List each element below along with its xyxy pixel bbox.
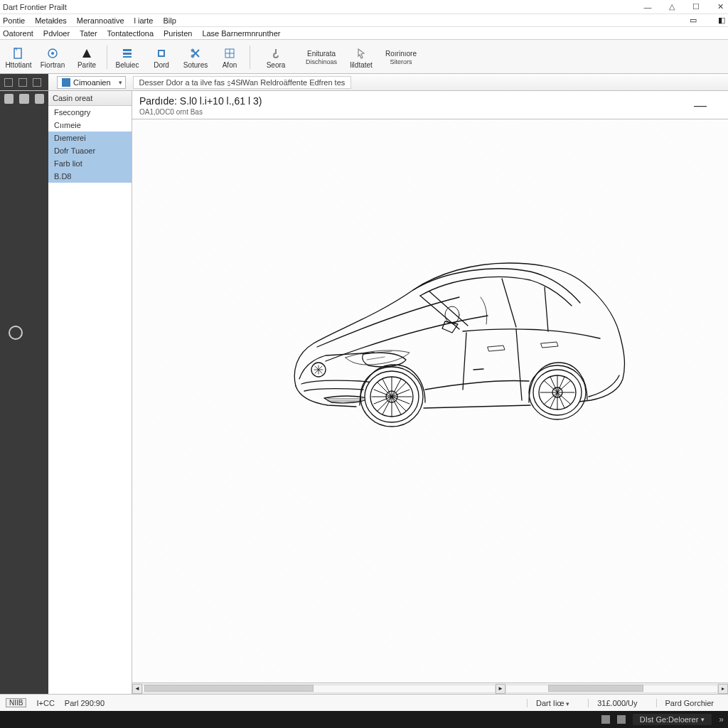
sidebar-item[interactable]: Dofr Tuaoer — [48, 144, 132, 157]
menubar-1: Pontie Metałdes Merannoative l iarte Bil… — [0, 14, 728, 27]
menu-item[interactable]: Tontatectlona — [107, 29, 154, 38]
list-icon — [120, 46, 134, 60]
cursor-icon — [354, 46, 368, 60]
app-title: Dart Frontier Prailt — [3, 3, 67, 11]
tool-triangle[interactable]: Parite — [70, 41, 104, 73]
companion-dropdown[interactable]: Cimoanien — [57, 76, 126, 89]
scroll-thumb[interactable] — [548, 685, 643, 692]
svg-point-36 — [445, 306, 459, 323]
scissors-icon — [188, 46, 203, 60]
window-controls: — △ ☐ ✕ — [643, 2, 725, 12]
side-panel-header: Casin oreat — [48, 91, 132, 106]
scroll-end-icon[interactable]: ▸ — [718, 684, 728, 694]
side-icon[interactable] — [19, 94, 28, 104]
menu-item[interactable]: Pontie — [3, 16, 25, 25]
hscrollbar[interactable]: ◄ ► ▸ — [132, 682, 728, 694]
companion-icon — [62, 78, 70, 87]
taskbar: DIst Ge:Deloerer▾ » — [0, 711, 728, 728]
subheader: Cimoanien Desser Ddor a ta ilve fas ჽ4Sł… — [0, 74, 728, 91]
target-icon — [46, 46, 60, 60]
sidebar-item[interactable]: Dıemerei — [48, 132, 132, 144]
tray-chevron-icon[interactable]: » — [719, 714, 724, 724]
status-hcc: I+CC — [36, 699, 54, 707]
taskbar-button[interactable]: DIst Ge:Deloerer▾ — [633, 714, 712, 725]
menu-item[interactable]: Lase Barnermnrunther — [202, 29, 280, 38]
hook-icon — [269, 46, 283, 60]
tool-cursor[interactable]: lildtatet — [344, 41, 378, 73]
body: Casin oreat Fsecongry Cıımeie Dıemerei D… — [0, 91, 728, 694]
car-illustration — [260, 247, 644, 446]
tab-icon[interactable] — [33, 78, 41, 87]
bell-icon[interactable]: △ — [667, 2, 677, 12]
scroll-thumb[interactable] — [144, 685, 314, 692]
scroll-track[interactable] — [142, 685, 496, 693]
knob-icon[interactable] — [9, 326, 23, 340]
scroll-left-icon[interactable]: ◄ — [132, 684, 142, 694]
status-dart[interactable]: Dart Iiœ — [527, 699, 578, 707]
statusbar: NIIB I+CC Parl 290:90 Dart Iiœ 31£.000/U… — [0, 694, 728, 711]
page-icon — [11, 46, 26, 60]
close-icon[interactable]: ✕ — [715, 2, 725, 12]
menu-item[interactable]: Merannoative — [77, 16, 124, 25]
minimize-icon[interactable]: — — [643, 2, 653, 12]
menu-item[interactable]: Pdvloer — [43, 29, 70, 38]
svg-rect-4 — [123, 53, 132, 55]
tool-layers[interactable]: Sotures — [178, 41, 213, 73]
scroll-right-icon[interactable]: ► — [496, 684, 505, 694]
canvas[interactable] — [132, 119, 728, 682]
toolbar: Httotiant Fiortran Parite Beluiec Dord S… — [0, 40, 728, 74]
sidebar-item[interactable]: Cıımeie — [48, 119, 132, 132]
menu-item[interactable]: Bilp — [163, 16, 176, 25]
main-header: Pardıde: S.l0 l.i+10 l.,61 l 3) OA1,0OC0… — [132, 91, 728, 119]
svg-rect-0 — [14, 48, 21, 58]
tool-text1[interactable]: Eniturata Dischinoas — [299, 41, 344, 73]
titlebar: Dart Frontier Prailt — △ ☐ ✕ — [0, 0, 728, 14]
svg-rect-7 — [159, 51, 164, 55]
tool-hook[interactable]: Seora — [253, 41, 299, 73]
status-pard: Pard Gorchier — [656, 699, 722, 707]
side-panel: Casin oreat Fsecongry Cıımeie Dıemerei D… — [48, 91, 132, 694]
part-title: Pardıde: S.l0 l.i+10 l.,61 l 3) — [139, 95, 262, 107]
toolbar-icon[interactable]: ▭ — [690, 16, 697, 25]
tray-icon[interactable] — [617, 715, 626, 724]
part-subtitle: OA1,0OC0 ornt Bas — [139, 108, 262, 116]
maximize-icon[interactable]: ☐ — [691, 2, 701, 12]
side-icon[interactable] — [4, 94, 14, 104]
tool-page[interactable]: Httotiant — [1, 41, 36, 73]
svg-rect-5 — [123, 56, 132, 58]
triangle-icon — [80, 46, 94, 60]
box-icon — [154, 46, 168, 60]
status-val: 31£.000/Uy — [588, 699, 646, 707]
tool-text2[interactable]: Roırinıore Siterors — [378, 41, 424, 73]
sidebar-item[interactable]: B.D8 — [48, 170, 132, 183]
tool-target[interactable]: Fiortran — [36, 41, 70, 73]
dark-tabs — [0, 74, 48, 90]
menu-item[interactable]: Tater — [80, 29, 97, 38]
tray-icon[interactable] — [601, 715, 610, 724]
menubar-2: Oatorent Pdvloer Tater Tontatectlona Pur… — [0, 27, 728, 40]
tool-list[interactable]: Beluiec — [110, 41, 144, 73]
status-parl: Parl 290:90 — [65, 699, 105, 707]
tool-box[interactable]: Dord — [144, 41, 178, 73]
grid-icon — [223, 46, 237, 60]
svg-rect-3 — [123, 49, 132, 51]
collapse-icon[interactable]: — — [694, 98, 707, 113]
svg-point-2 — [51, 52, 54, 55]
status-chip: NIIB — [6, 698, 26, 707]
menu-item[interactable]: Puristen — [164, 29, 192, 38]
tab-icon[interactable] — [18, 78, 27, 87]
menu-item[interactable]: Oatorent — [3, 29, 33, 38]
dark-sidebar — [0, 91, 48, 694]
tab-icon[interactable] — [4, 78, 13, 87]
companion-desc: Desser Ddor a ta ilve fas ჽ4SłWan Reldro… — [133, 76, 352, 89]
tool-ruler[interactable]: Afon — [213, 41, 247, 73]
side-icon[interactable] — [35, 94, 44, 104]
sidebar-item[interactable]: Fsecongry — [48, 106, 132, 119]
toolbar-icon[interactable]: ◧ — [718, 16, 725, 25]
menu-item[interactable]: Metałdes — [35, 16, 67, 25]
menu-item[interactable]: l iarte — [134, 16, 154, 25]
main-area: Pardıde: S.l0 l.i+10 l.,61 l 3) OA1,0OC0… — [132, 91, 728, 694]
sidebar-item[interactable]: Farb liot — [48, 157, 132, 170]
scroll-track-2[interactable] — [505, 685, 718, 693]
